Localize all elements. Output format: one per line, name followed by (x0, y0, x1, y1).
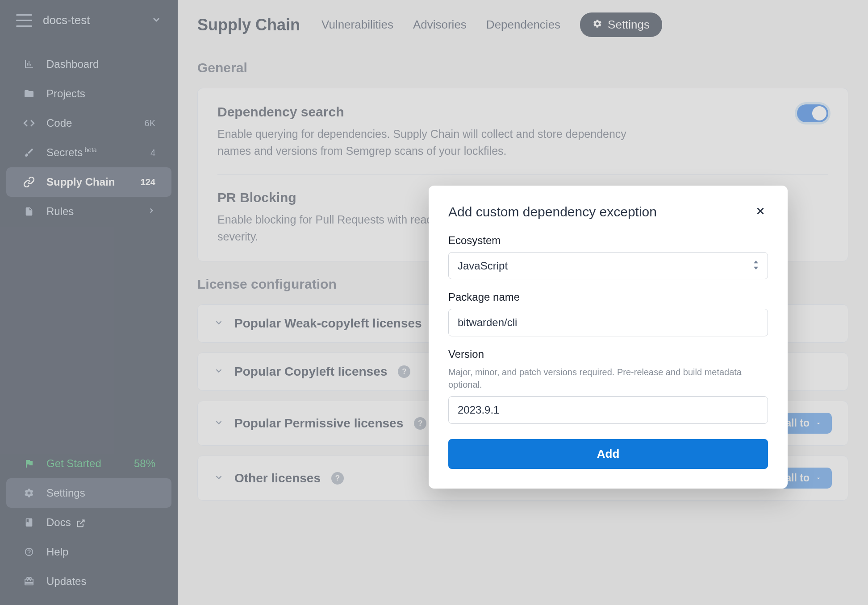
version-help: Major, minor, and patch versions require… (448, 366, 768, 391)
version-label: Version (448, 348, 768, 361)
modal-title: Add custom dependency exception (448, 204, 657, 220)
add-button[interactable]: Add (448, 439, 768, 469)
ecosystem-select[interactable]: JavaScript (448, 252, 768, 279)
ecosystem-group: Ecosystem JavaScript (448, 234, 768, 279)
version-group: Version Major, minor, and patch versions… (448, 348, 768, 424)
package-input[interactable] (448, 309, 768, 336)
package-group: Package name (448, 291, 768, 336)
close-icon (755, 205, 766, 217)
modal-header: Add custom dependency exception (448, 203, 768, 220)
ecosystem-label: Ecosystem (448, 234, 768, 247)
version-input[interactable] (448, 396, 768, 424)
package-label: Package name (448, 291, 768, 303)
close-button[interactable] (753, 203, 768, 220)
add-exception-modal: Add custom dependency exception Ecosyste… (429, 186, 788, 489)
